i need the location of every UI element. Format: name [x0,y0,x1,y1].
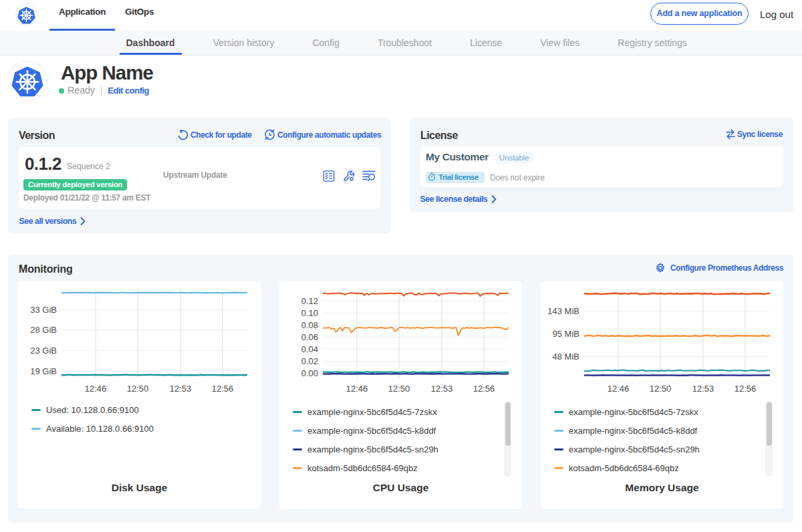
svg-text:12:56: 12:56 [212,384,234,394]
svg-text:12:46: 12:46 [346,384,368,394]
svg-text:28 GiB: 28 GiB [30,325,57,335]
svg-text:0.12: 0.12 [301,296,318,306]
svg-text:12:53: 12:53 [692,384,714,394]
svg-text:95 MiB: 95 MiB [553,329,579,339]
svg-text:0.10: 0.10 [301,308,318,318]
svg-text:12:53: 12:53 [170,384,192,394]
svg-text:0.00: 0.00 [301,368,318,378]
svg-text:12:50: 12:50 [388,384,410,394]
svg-text:0.04: 0.04 [301,344,318,354]
svg-text:12:46: 12:46 [85,384,107,394]
svg-text:0.02: 0.02 [301,356,318,366]
svg-text:0.06: 0.06 [301,332,318,342]
svg-text:12:50: 12:50 [650,384,672,394]
svg-text:23 GiB: 23 GiB [30,346,57,356]
svg-text:19 GiB: 19 GiB [30,366,57,376]
svg-text:12:50: 12:50 [127,384,149,394]
svg-text:33 GiB: 33 GiB [30,305,57,315]
svg-text:48 MiB: 48 MiB [553,352,579,362]
svg-text:12:56: 12:56 [734,384,757,394]
svg-text:0.08: 0.08 [301,320,318,330]
svg-text:143 MiB: 143 MiB [547,306,579,316]
svg-text:12:53: 12:53 [431,384,453,394]
svg-text:12:46: 12:46 [608,384,630,394]
svg-text:12:56: 12:56 [473,384,495,394]
